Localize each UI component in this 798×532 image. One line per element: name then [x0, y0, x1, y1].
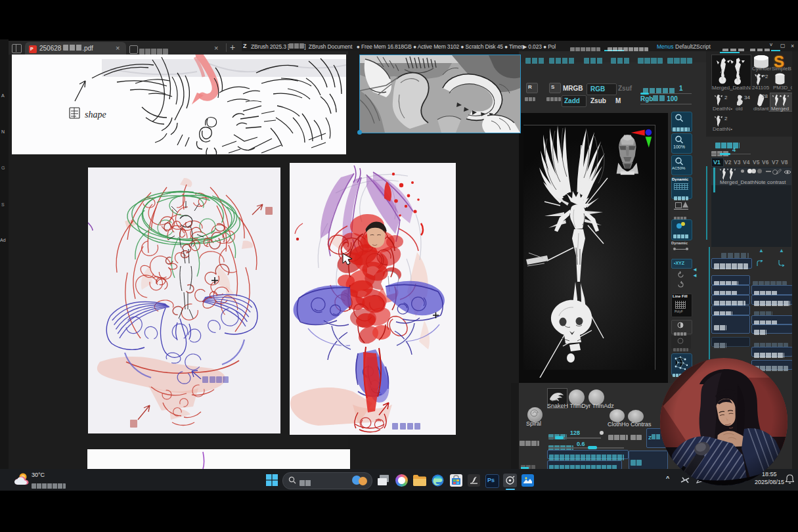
svg-text:shape: shape: [85, 110, 106, 120]
